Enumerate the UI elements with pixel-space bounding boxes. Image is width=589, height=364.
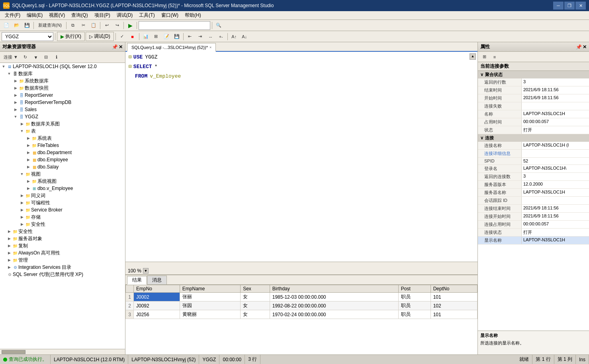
cell-sex-3[interactable]: 女 <box>241 310 270 319</box>
expand-storage[interactable]: ▶ <box>19 214 25 220</box>
filter-btn[interactable]: ▼ <box>31 53 41 62</box>
tree-dbo-salay[interactable]: ▶ ▦ dbo.Salay <box>0 163 125 170</box>
tree-replication[interactable]: ▶ 📁 复制 <box>0 242 125 249</box>
tree-mgmt[interactable]: ▶ 📁 管理 <box>0 256 125 264</box>
expand-mgmt[interactable]: ▶ <box>6 257 12 263</box>
query-editor[interactable]: ▲ ⊟ USE YGGZ ⊟ SELECT * FROM v_Employee <box>125 52 477 262</box>
undo-btn[interactable]: ↩ <box>102 21 112 30</box>
table-row[interactable]: 3 J0256 黄晓丽 女 1970-02-24 00:00:00.000 职员… <box>126 310 477 319</box>
paste-btn[interactable]: 📋 <box>89 21 98 30</box>
messages-tab[interactable]: 消息 <box>147 276 167 284</box>
new-query-btn[interactable]: 新建查询(N) <box>35 21 65 30</box>
font-down-btn[interactable]: A↓ <box>240 32 249 41</box>
expand-databases[interactable]: ▼ <box>6 71 12 76</box>
props-sort-az[interactable]: ⊞ <box>479 53 489 61</box>
cell-empno-3[interactable]: J0256 <box>134 310 180 319</box>
expand-views[interactable]: ▼ <box>19 171 25 177</box>
tree-systables[interactable]: ▶ 📁 系统表 <box>0 135 125 142</box>
menu-edit[interactable]: 编辑(E) <box>23 11 46 20</box>
cut-btn[interactable]: ✂ <box>78 21 88 30</box>
menu-window[interactable]: 窗口(W) <box>158 11 182 20</box>
save-btn[interactable]: 💾 <box>22 21 32 30</box>
stop-btn[interactable]: ■ <box>128 32 137 41</box>
expand-sysdb[interactable]: ▶ <box>13 78 18 84</box>
tree-rstemp[interactable]: ▶ 🗄 ReportServerTempDB <box>0 99 125 106</box>
cell-post-2[interactable]: 职员 <box>398 301 430 310</box>
refresh-btn[interactable]: ↻ <box>21 53 30 62</box>
cell-deptno-3[interactable]: 101 <box>430 310 477 319</box>
tree-iscat[interactable]: ▶ ⚙ Integration Services 目录 <box>0 264 125 271</box>
props-pin-icon[interactable]: 📌 <box>576 44 582 50</box>
props-close-icon[interactable]: ✕ <box>583 44 587 50</box>
indent-less-btn[interactable]: ⇤ <box>185 32 195 41</box>
properties-btn[interactable]: ℹ <box>52 53 61 62</box>
check-btn[interactable]: ✓ <box>117 32 127 41</box>
db-selector[interactable]: YGGZ <box>2 32 53 41</box>
tree-alwayson[interactable]: ▶ 📁 AlwaysOn 高可用性 <box>0 249 125 256</box>
tree-synonyms[interactable]: ▶ 📁 同义词 <box>0 192 125 199</box>
tree-sysviews[interactable]: ▶ 📁 系统视图 <box>0 178 125 185</box>
cell-post-1[interactable]: 职员 <box>398 293 430 301</box>
expand-iscat[interactable]: ▶ <box>6 264 12 270</box>
query-scrollbar-v-track[interactable] <box>125 262 477 267</box>
expand-dbdiagram[interactable]: ▶ <box>19 121 25 127</box>
tree-reportserver[interactable]: ▶ 🗄 ReportServer <box>0 92 125 99</box>
tree-storage[interactable]: ▶ 📁 存储 <box>0 213 125 221</box>
show-results-btn[interactable]: 📊 <box>141 32 151 41</box>
tree-serverobj[interactable]: ▶ 📁 服务器对象 <box>0 235 125 242</box>
menu-help[interactable]: 帮助(H) <box>182 11 204 20</box>
expand-vemployee[interactable]: ▶ <box>25 186 31 191</box>
open-btn[interactable]: 📂 <box>12 21 22 30</box>
expand-security-yggz[interactable]: ▶ <box>19 221 25 227</box>
expand-tables[interactable]: ▼ <box>19 128 25 134</box>
expand-servicebroker[interactable]: ▶ <box>19 207 25 213</box>
comment-btn[interactable]: -- <box>206 32 215 41</box>
debug-btn[interactable]: ▷ 调试(D) <box>86 32 114 41</box>
expand-dbsnap[interactable]: ▶ <box>13 85 18 91</box>
cell-empno-1[interactable]: J0002 <box>134 293 180 301</box>
expand-systables[interactable]: ▶ <box>25 135 31 141</box>
tree-databases[interactable]: ▼ 🗄 数据库 <box>0 70 125 77</box>
expand-server[interactable]: ▼ <box>1 64 6 69</box>
explorer-scrollbar-h[interactable] <box>0 349 125 354</box>
expand-security-server[interactable]: ▶ <box>6 229 12 234</box>
scroll-top-btn[interactable]: ▲ <box>470 53 476 60</box>
expand-procs[interactable]: ▶ <box>19 200 25 205</box>
props-section-connection[interactable]: ∨ 连接 <box>478 134 589 142</box>
cell-empname-1[interactable]: 张丽 <box>180 293 240 301</box>
pin-icon[interactable]: 📌 <box>112 44 118 50</box>
expand-reportserver[interactable]: ▶ <box>13 92 18 98</box>
cell-birthday-1[interactable]: 1985-12-03 00:00:00.000 <box>270 293 398 301</box>
tree-servicebroker[interactable]: ▶ 📁 Service Broker <box>0 206 125 213</box>
tree-sales[interactable]: ▶ 🗄 Sales <box>0 106 125 113</box>
menu-debug[interactable]: 调试(D) <box>113 11 136 20</box>
props-section-aggregate[interactable]: ∨ 聚合状态 <box>478 71 589 78</box>
find-btn[interactable]: 🔍 <box>214 21 223 30</box>
run-btn[interactable]: ▶ <box>125 21 135 30</box>
tree-dbo-department[interactable]: ▶ ▦ dbo.Department <box>0 149 125 156</box>
cell-sex-1[interactable]: 女 <box>241 293 270 301</box>
expand-dept[interactable]: ▶ <box>25 150 31 155</box>
query-tab[interactable]: SQLQuery1.sql -...3SLOC1H\myj (52))* × <box>127 43 216 52</box>
menu-tools[interactable]: 工具(T) <box>136 11 158 20</box>
menu-view[interactable]: 视图(V) <box>46 11 68 20</box>
indent-more-btn[interactable]: ⇥ <box>196 32 205 41</box>
tree-dbdiagram[interactable]: ▶ 📁 数据库关系图 <box>0 120 125 127</box>
expand-filetables[interactable]: ▶ <box>25 143 31 148</box>
redo-btn[interactable]: ↪ <box>112 21 122 30</box>
cell-birthday-2[interactable]: 1992-08-22 00:00:00.000 <box>270 301 398 310</box>
result-table-container[interactable]: EmpNo EmpName Sex Birthday Post DeptNo 1… <box>125 285 477 354</box>
text-btn[interactable]: 📝 <box>162 32 171 41</box>
cell-post-3[interactable]: 职员 <box>398 310 430 319</box>
copy-btn[interactable]: ⧉ <box>68 21 78 30</box>
expand-employee[interactable]: ▶ <box>25 157 31 162</box>
font-up-btn[interactable]: A↑ <box>229 32 239 41</box>
cell-empname-2[interactable]: 张园 <box>180 301 240 310</box>
grid-btn[interactable]: ⊞ <box>151 32 161 41</box>
expand-salay[interactable]: ▶ <box>25 164 31 170</box>
tree-filetables[interactable]: ▶ 📁 FileTables <box>0 142 125 149</box>
tab-close-btn[interactable]: × <box>209 45 211 49</box>
tree-yggz[interactable]: ▼ 🗄 YGGZ <box>0 113 125 120</box>
search-toolbar-input[interactable] <box>139 21 210 30</box>
execute-btn[interactable]: ▶ 执行(X) <box>57 32 85 41</box>
